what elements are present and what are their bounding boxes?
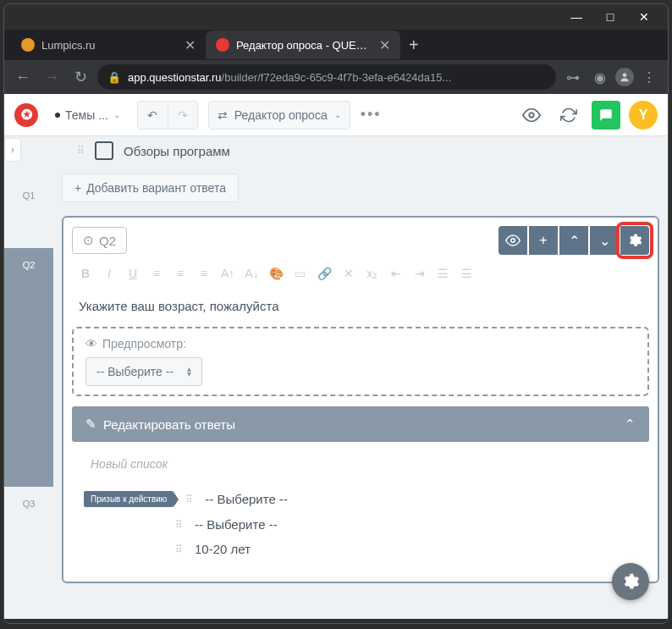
browser-tabs: Lumpics.ru ✕ Редактор опроса - QUESTIONS…	[4, 30, 668, 60]
extension-icon[interactable]: ◉	[588, 65, 612, 89]
sidebar-item-q3[interactable]: Q3	[4, 487, 53, 588]
format-toolbar: B I U ≡ ≡ ≡ A↑ A↓ 🎨 ▭ 🔗 ✕ x₂ ⇤	[72, 255, 649, 292]
profile-icon[interactable]	[615, 68, 634, 86]
drag-handle-icon[interactable]: ⠿	[77, 145, 85, 157]
eye-icon: 👁	[85, 337, 97, 350]
tab-title: Редактор опроса - QUESTIONST	[236, 39, 372, 52]
underline-button[interactable]: U	[126, 267, 140, 280]
question-number: Q2	[99, 234, 116, 248]
indent-left-button[interactable]: ⇤	[389, 267, 403, 280]
dropdown-type-icon: ⊙	[83, 233, 94, 248]
question-sidebar: › Q1 Q2 Q3	[4, 136, 53, 619]
answer-text[interactable]: -- Выберите --	[195, 517, 278, 532]
preview-label: 👁 Предпросмотр:	[85, 337, 636, 350]
window-titlebar: — □ ✕	[4, 4, 668, 30]
address-bar: ← → ↻ 🔒 app.questionstar.ru/builder/f72e…	[4, 60, 668, 94]
answer-row: ⠿ 10-20 лет	[84, 537, 637, 561]
plus-icon: +	[74, 181, 81, 195]
chevron-up-icon: ⌃	[625, 417, 636, 432]
add-option-label: Добавить вариант ответа	[86, 181, 226, 195]
new-tab-button[interactable]: +	[400, 36, 427, 55]
drag-handle-icon[interactable]: ⠿	[175, 543, 183, 555]
link-button[interactable]: 🔗	[317, 267, 332, 280]
list-ol-button[interactable]: ☰	[460, 267, 474, 280]
questionstar-favicon-icon	[216, 38, 229, 52]
move-down-button[interactable]: ⌄	[590, 226, 619, 255]
sync-button[interactable]	[554, 101, 583, 130]
edit-answers-toggle[interactable]: ✎Редактировать ответы ⌃	[72, 406, 649, 442]
italic-button[interactable]: I	[102, 267, 116, 280]
add-question-button[interactable]: +	[529, 226, 558, 255]
close-tab-icon[interactable]: ✕	[185, 37, 196, 53]
main-content: ⠿ Обзоры программ + Добавить вариант отв…	[53, 136, 668, 619]
survey-editor-dropdown[interactable]: ⇄ Редактор опроса ⌄	[208, 101, 350, 130]
svg-point-0	[623, 73, 627, 77]
maximize-button[interactable]: □	[593, 10, 627, 24]
select-value: -- Выберите --	[96, 365, 174, 378]
question-label[interactable]: ⊙ Q2	[72, 227, 127, 254]
answer-option-row: ⠿ Обзоры программ	[62, 136, 659, 165]
answers-list: Новый список Призыв к действию ⠿ -- Выбе…	[72, 442, 649, 573]
option-checkbox[interactable]	[95, 141, 113, 160]
url-input[interactable]: 🔒 app.questionstar.ru/builder/f72eda9c-6…	[97, 64, 556, 90]
menu-icon[interactable]: ⋮	[637, 65, 661, 89]
font-decrease-button[interactable]: A↓	[245, 267, 258, 280]
lock-icon: 🔒	[107, 71, 121, 84]
question-title-input[interactable]: Укажите ваш возраст, пожалуйста	[72, 292, 649, 320]
tab-lumpics[interactable]: Lumpics.ru ✕	[11, 30, 206, 59]
svg-point-2	[511, 239, 515, 243]
close-window-button[interactable]: ✕	[627, 10, 661, 24]
move-up-button[interactable]: ⌃	[559, 226, 588, 255]
visibility-button[interactable]	[498, 226, 527, 255]
indent-right-button[interactable]: ⇥	[413, 267, 427, 280]
select-arrows-icon: ▴▾	[187, 367, 191, 377]
bold-button[interactable]: B	[79, 267, 92, 280]
settings-button[interactable]	[620, 226, 649, 255]
image-button[interactable]: ▭	[294, 267, 307, 280]
back-button[interactable]: ←	[11, 65, 35, 89]
comment-button[interactable]	[592, 101, 620, 130]
undo-button[interactable]: ↶	[137, 101, 168, 130]
dot-icon	[55, 113, 60, 118]
sidebar-item-q1[interactable]: Q1	[4, 179, 53, 248]
themes-label: Темы ...	[65, 108, 108, 122]
cta-badge[interactable]: Призыв к действию	[84, 491, 174, 507]
redo-button[interactable]: ↷	[168, 101, 198, 130]
list-title[interactable]: Новый список	[84, 454, 637, 486]
pencil-icon: ✎	[85, 417, 96, 432]
tab-title: Lumpics.ru	[41, 39, 178, 52]
align-center-button[interactable]: ≡	[174, 267, 187, 280]
site-key-icon[interactable]: ⊶	[561, 65, 585, 89]
user-avatar[interactable]: Y	[629, 101, 658, 130]
url-domain: app.questionstar.ru	[128, 71, 222, 84]
font-increase-button[interactable]: A↑	[221, 267, 234, 280]
minimize-button[interactable]: —	[559, 10, 593, 24]
answer-text[interactable]: 10-20 лет	[195, 542, 251, 556]
option-text[interactable]: Обзоры программ	[124, 144, 230, 158]
drag-handle-icon[interactable]: ⠿	[185, 494, 193, 505]
app-logo-icon[interactable]: ✪	[14, 103, 38, 127]
list-ul-button[interactable]: ☰	[437, 267, 450, 280]
preview-button[interactable]	[517, 101, 546, 130]
drag-handle-icon[interactable]: ⠿	[175, 519, 183, 531]
preview-panel: 👁 Предпросмотр: -- Выберите -- ▴▾	[72, 327, 649, 396]
align-right-button[interactable]: ≡	[197, 267, 211, 280]
forward-button[interactable]: →	[40, 65, 63, 89]
preview-select[interactable]: -- Выберите -- ▴▾	[85, 357, 202, 386]
align-left-button[interactable]: ≡	[150, 267, 163, 280]
chevron-down-icon: ⌄	[113, 110, 120, 119]
help-fab-button[interactable]	[612, 563, 649, 600]
lumpics-favicon-icon	[21, 38, 35, 52]
answer-text[interactable]: -- Выберите --	[205, 492, 288, 506]
color-button[interactable]: 🎨	[269, 267, 284, 280]
subscript-button[interactable]: x₂	[366, 267, 379, 280]
close-tab-icon[interactable]: ✕	[379, 37, 390, 53]
add-answer-option-button[interactable]: + Добавить вариант ответа	[62, 174, 239, 202]
sidebar-item-q2[interactable]: Q2	[4, 248, 53, 487]
reload-button[interactable]: ↻	[69, 65, 92, 89]
themes-dropdown[interactable]: Темы ... ⌄	[48, 108, 127, 122]
sidebar-toggle[interactable]: ›	[4, 138, 21, 162]
clear-format-button[interactable]: ✕	[342, 267, 355, 280]
tab-questionstar[interactable]: Редактор опроса - QUESTIONST ✕	[206, 30, 400, 59]
more-menu-icon[interactable]: •••	[361, 106, 382, 124]
